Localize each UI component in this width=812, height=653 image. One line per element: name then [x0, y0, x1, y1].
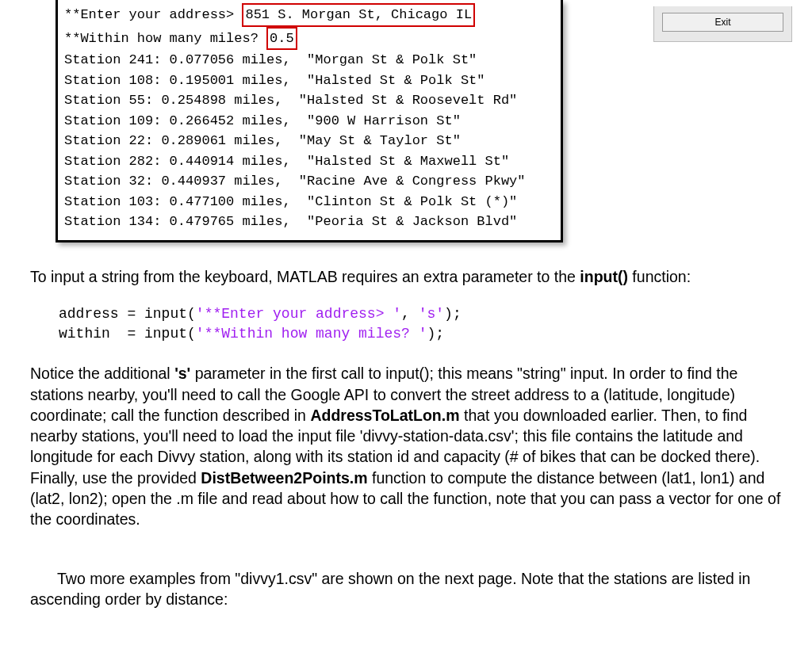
station-line: Station 108: 0.195001 miles, "Halsted St… — [64, 71, 554, 91]
station-line: Station 103: 0.477100 miles, "Clinton St… — [64, 192, 554, 212]
prompt-label-2: **Within how many miles? — [64, 31, 266, 46]
text: To input a string from the keyboard, MAT… — [30, 268, 580, 285]
station-line: Station 282: 0.440914 miles, "Halsted St… — [64, 151, 554, 172]
text: Notice the additional — [30, 365, 174, 382]
exit-panel: Exit — [653, 0, 812, 42]
station-line: Station 22: 0.289061 miles, "May St & Ta… — [64, 131, 554, 151]
miles-input-highlight: 0.5 — [266, 27, 297, 51]
exit-button[interactable]: Exit — [662, 13, 783, 32]
file-ref: AddressToLatLon.m — [310, 407, 459, 424]
code-string: '**Enter your address> ' — [196, 306, 401, 322]
console-prompt-miles: **Within how many miles? 0.5 — [64, 27, 554, 51]
code-string: 's' — [419, 306, 444, 322]
station-line: Station 241: 0.077056 miles, "Morgan St … — [64, 50, 554, 71]
station-line: Station 32: 0.440937 miles, "Racine Ave … — [64, 171, 554, 192]
code-text: ); — [427, 326, 444, 342]
station-line: Station 55: 0.254898 miles, "Halsted St … — [64, 90, 554, 111]
bold-text: 's' — [174, 365, 190, 382]
exit-area: Exit — [653, 6, 792, 42]
console-prompt-address: **Enter your address> 851 S. Morgan St, … — [64, 3, 554, 27]
prompt-label-1: **Enter your address> — [64, 7, 242, 22]
paragraph-2: Notice the additional 's' parameter in t… — [30, 363, 782, 530]
code-ref: input() — [580, 268, 628, 285]
code-text: ); — [444, 306, 462, 322]
paragraph-1: To input a string from the keyboard, MAT… — [30, 266, 782, 287]
station-line: Station 109: 0.266452 miles, "900 W Harr… — [64, 111, 554, 132]
code-text: address = input( — [59, 306, 196, 322]
station-line: Station 134: 0.479765 miles, "Peoria St … — [64, 212, 554, 232]
code-string: '**Within how many miles? ' — [196, 326, 427, 342]
file-ref: DistBetween2Points.m — [201, 469, 367, 487]
code-text: within = input( — [59, 326, 196, 342]
console-output: **Enter your address> 851 S. Morgan St, … — [56, 0, 563, 242]
document-body: To input a string from the keyboard, MAT… — [0, 242, 812, 610]
text: function: — [628, 268, 691, 285]
top-section: **Enter your address> 851 S. Morgan St, … — [0, 0, 812, 242]
code-block: address = input('**Enter your address> '… — [30, 301, 782, 358]
code-text: , — [401, 306, 419, 322]
address-input-highlight: 851 S. Morgan St, Chicago IL — [242, 3, 475, 27]
paragraph-3: Two more examples from "divvy1.csv" are … — [30, 568, 782, 610]
